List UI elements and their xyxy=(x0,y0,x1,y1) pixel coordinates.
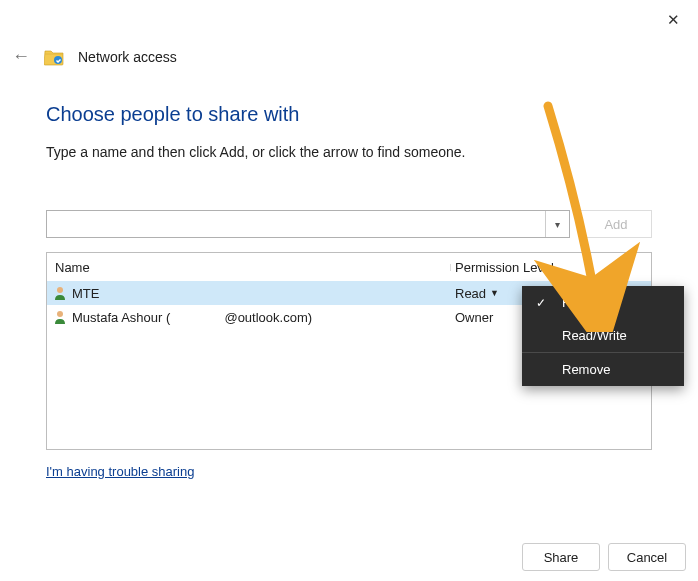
add-button[interactable]: Add xyxy=(580,210,652,238)
table-header: Name Permission Level xyxy=(47,253,651,281)
dialog-footer: Share Cancel xyxy=(522,543,686,571)
window-title: Network access xyxy=(78,49,177,65)
share-button[interactable]: Share xyxy=(522,543,600,571)
caret-down-icon: ▼ xyxy=(490,288,499,298)
menu-item-read[interactable]: ✓ Read xyxy=(522,286,684,319)
cancel-button[interactable]: Cancel xyxy=(608,543,686,571)
folder-icon xyxy=(44,48,64,66)
svg-point-2 xyxy=(57,311,63,317)
close-icon: ✕ xyxy=(667,11,680,29)
header: ← Network access xyxy=(0,0,698,67)
close-button[interactable]: ✕ xyxy=(658,8,688,32)
chevron-down-icon: ▾ xyxy=(555,219,560,230)
menu-item-readwrite[interactable]: Read/Write xyxy=(522,319,684,352)
user-icon xyxy=(53,309,67,325)
check-icon: ✓ xyxy=(536,296,546,310)
trouble-sharing-link[interactable]: I'm having trouble sharing xyxy=(46,464,194,479)
permission-context-menu: ✓ Read Read/Write Remove xyxy=(522,286,684,386)
column-header-permission[interactable]: Permission Level xyxy=(451,260,651,275)
back-button[interactable]: ← xyxy=(12,46,30,67)
row-name: MTE xyxy=(72,286,99,301)
user-icon xyxy=(53,285,67,301)
svg-point-1 xyxy=(57,287,63,293)
people-combobox[interactable]: ▾ xyxy=(46,210,570,238)
page-heading: Choose people to share with xyxy=(46,103,652,126)
column-header-name[interactable]: Name xyxy=(47,260,451,275)
row-name: Mustafa Ashour ( @outlook.com) xyxy=(72,310,312,325)
combobox-drop-button[interactable]: ▾ xyxy=(545,211,569,237)
arrow-left-icon: ← xyxy=(12,46,30,66)
page-subtext: Type a name and then click Add, or click… xyxy=(46,144,652,160)
menu-item-remove[interactable]: Remove xyxy=(522,353,684,386)
